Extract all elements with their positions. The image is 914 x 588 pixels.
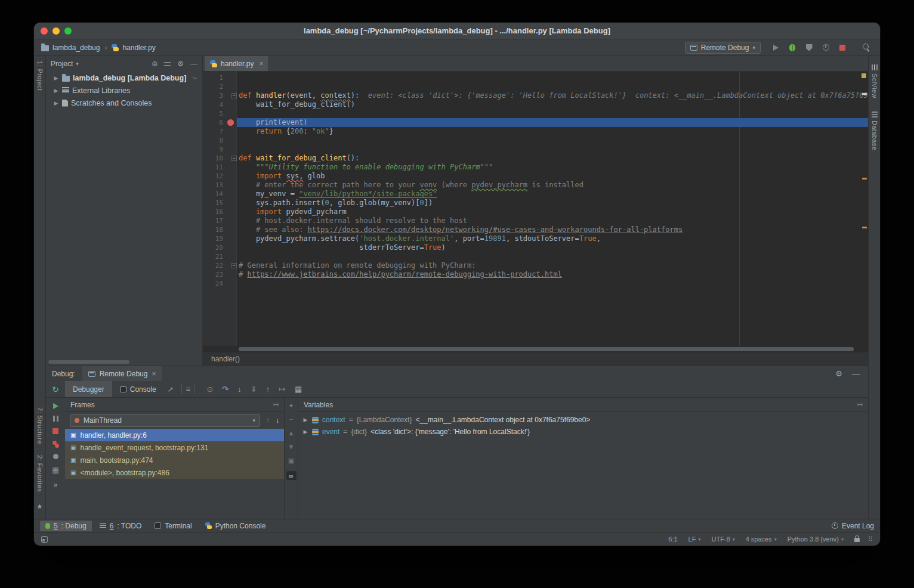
step-over-icon[interactable]: ↷	[222, 385, 229, 394]
restore-layout-icon[interactable]: ▦	[52, 466, 58, 474]
gutter-marker-area[interactable]	[224, 109, 237, 118]
stop-button[interactable]	[836, 41, 849, 54]
settings-gear-icon[interactable]: ⚙	[835, 369, 842, 378]
profiler-button[interactable]	[819, 41, 832, 54]
variable-row-event[interactable]: ▶event = {dict} <class 'dict'>: {'messag…	[298, 426, 868, 438]
status-lf[interactable]: LF▾	[688, 536, 701, 543]
breadcrumb-project[interactable]: lambda_debug	[53, 44, 100, 52]
toolwindow-tab-debug[interactable]: 5: Debug	[40, 521, 92, 531]
editor-scroll-stripe[interactable]	[860, 72, 868, 346]
pause-icon[interactable]	[53, 416, 58, 422]
gutter-marker-area[interactable]	[224, 163, 237, 172]
gutter-marker-area[interactable]	[224, 243, 237, 252]
code-line-19[interactable]: 19 pydevd_pycharm.settrace('host.docker.…	[203, 234, 868, 243]
code-line-22[interactable]: 22−# General information on remote debug…	[203, 261, 868, 270]
gutter-marker-area[interactable]	[224, 208, 237, 216]
debug-session-tab[interactable]: Remote Debug ×	[82, 366, 162, 381]
settings-gear-icon[interactable]: ⚙	[177, 60, 184, 68]
debug-button[interactable]	[786, 41, 799, 54]
gutter-marker-area[interactable]	[224, 136, 237, 145]
gutter-marker-area[interactable]	[224, 270, 237, 279]
move-down-icon[interactable]: ▼	[288, 443, 295, 450]
code-line-20[interactable]: 20 stderrToServer=True)	[203, 243, 868, 252]
project-hscrollbar-thumb[interactable]	[48, 360, 129, 364]
view-options-icon[interactable]	[164, 61, 171, 67]
frame-row[interactable]: ▣<module>, bootstrap.py:486	[65, 466, 284, 479]
tab-debugger[interactable]: Debugger	[65, 381, 112, 397]
show-execution-point-icon[interactable]: ⊙	[206, 385, 213, 394]
status-utf-8[interactable]: UTF-8▾	[711, 536, 734, 543]
toolwindow-tab-python[interactable]: Python Console	[200, 521, 271, 531]
fold-icon[interactable]: −	[231, 263, 237, 268]
close-window-button[interactable]	[41, 27, 48, 35]
fold-icon[interactable]: −	[231, 156, 237, 161]
mute-breakpoints-icon[interactable]	[53, 454, 58, 459]
code-line-16[interactable]: 16 import pydevd_pycharm	[203, 208, 868, 216]
thread-selector[interactable]: MainThread ▾	[70, 414, 260, 427]
zoom-window-button[interactable]	[64, 27, 72, 35]
code-line-14[interactable]: 14 my_venv = "venv/lib/python*/site-pack…	[203, 190, 868, 199]
panel-options-icon[interactable]: ↦	[273, 401, 279, 408]
code-line-12[interactable]: 12 import sys, glob	[203, 172, 868, 181]
status-python-3-8-venv-[interactable]: Python 3.8 (venv)▾	[788, 536, 844, 543]
gutter-marker-area[interactable]	[224, 216, 237, 225]
show-return-values-icon[interactable]: ∞	[286, 471, 297, 480]
variable-row-context[interactable]: ▶context = {LambdaContext} <__main__.Lam…	[298, 414, 868, 426]
code-line-21[interactable]: 21	[203, 252, 868, 261]
code-line-3[interactable]: 3−def handler(event, context): event: <c…	[203, 91, 868, 100]
step-out-icon[interactable]: ↑	[266, 385, 270, 394]
gutter-marker-area[interactable]	[224, 279, 237, 288]
expand-arrow-icon[interactable]: ▶	[53, 88, 59, 94]
code-line-11[interactable]: 11 """Utility function to enable debuggi…	[203, 163, 868, 172]
gutter-marker-area[interactable]	[224, 145, 237, 154]
close-session-icon[interactable]: ×	[152, 370, 156, 378]
tree-item-3[interactable]: ▶Scratches and Consoles	[46, 97, 202, 109]
toolwindow-tab-todo[interactable]: 6: TODO	[94, 521, 147, 531]
rerun-icon[interactable]: ↻	[46, 385, 65, 394]
previous-frame-icon[interactable]: ↑	[266, 416, 270, 425]
gutter-marker-area[interactable]	[224, 252, 237, 261]
gutter-marker-area[interactable]	[224, 73, 237, 82]
gutter-marker-area[interactable]	[224, 127, 237, 136]
resume-icon[interactable]	[53, 403, 58, 409]
code-line-2[interactable]: 2	[203, 82, 868, 91]
toolwindow-tab-terminal[interactable]: Terminal	[149, 521, 197, 531]
editor-tab-handler-py[interactable]: handler.py ×	[205, 56, 269, 71]
gutter-marker-area[interactable]	[224, 100, 237, 109]
frame-row[interactable]: ▣handle_event_request, bootstrap.py:131	[65, 441, 284, 454]
gutter-marker-area[interactable]: −	[224, 154, 237, 163]
code-line-8[interactable]: 8	[203, 136, 868, 145]
code-line-9[interactable]: 9	[203, 145, 868, 154]
code-line-5[interactable]: 5	[203, 109, 868, 118]
expand-arrow-icon[interactable]: ▶	[302, 417, 308, 423]
minimize-window-button[interactable]	[53, 27, 60, 35]
expand-arrow-icon[interactable]: ▶	[53, 75, 59, 81]
stop-icon[interactable]	[53, 428, 58, 434]
tree-item-2[interactable]: ▶External Libraries	[46, 84, 202, 97]
gutter-marker-area[interactable]	[224, 118, 237, 127]
code-line-1[interactable]: 1	[203, 73, 868, 82]
layout-settings-icon[interactable]: ≡	[186, 385, 191, 394]
next-frame-icon[interactable]: ↓	[276, 416, 279, 425]
panel-options-icon[interactable]: ↦	[857, 401, 863, 408]
chevron-down-icon[interactable]: ▾	[76, 61, 79, 67]
breakpoint-icon[interactable]	[227, 119, 234, 126]
status-6-1[interactable]: 6:1	[668, 536, 677, 543]
gutter-marker-area[interactable]	[224, 234, 237, 243]
gutter-marker-area[interactable]	[224, 82, 237, 91]
code-line-6[interactable]: 6 print(event)	[203, 118, 868, 127]
frame-row[interactable]: ▣handler, handler.py:6	[65, 429, 284, 441]
gutter-marker-area[interactable]	[224, 172, 237, 181]
gutter-marker-area[interactable]: −	[224, 261, 237, 270]
gutter-marker-area[interactable]: −	[224, 91, 237, 100]
code-line-15[interactable]: 15 sys.path.insert(0, glob.glob(my_venv)…	[203, 199, 868, 208]
view-breakpoints-icon[interactable]	[53, 441, 57, 445]
code-line-4[interactable]: 4 wait_for_debug_client()	[203, 100, 868, 109]
toolwindow-button-project[interactable]: 1: Project	[36, 61, 44, 91]
lock-icon[interactable]	[854, 538, 860, 542]
gutter-marker-area[interactable]	[224, 225, 237, 234]
search-everywhere-button[interactable]	[860, 41, 873, 54]
tab-console[interactable]: Console	[112, 381, 164, 397]
fold-icon[interactable]: −	[231, 93, 237, 98]
gutter-marker-area[interactable]	[224, 181, 237, 190]
